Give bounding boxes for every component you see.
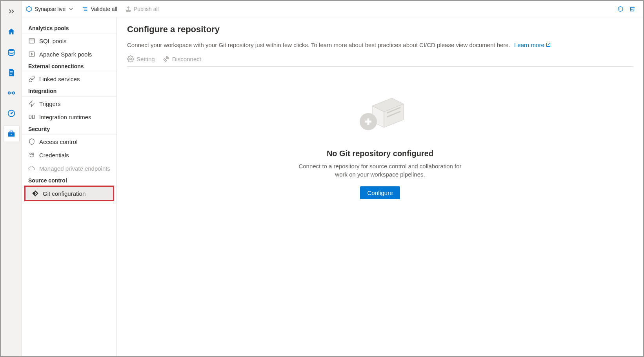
empty-illustration-icon [353,94,408,137]
link-icon [28,75,35,82]
svg-rect-2 [10,73,13,73]
empty-state: No Git repository configured Connect to … [127,67,633,349]
rail-home-button[interactable] [3,24,20,40]
panel-item-runtimes[interactable]: Integration runtimes [22,110,116,124]
action-bar: Setting Disconnect [127,54,633,67]
sql-icon [28,37,35,44]
svg-rect-8 [8,132,15,137]
section-source-control: Source control [22,175,116,186]
panel-item-label: Integration runtimes [39,114,91,120]
rail-integrate-button[interactable] [3,85,20,101]
setting-button: Setting [127,55,155,62]
validate-all-button[interactable]: Validate all [82,6,117,12]
disconnect-icon [163,55,170,62]
publish-all-button: Publish all [125,6,159,12]
svg-point-7 [11,113,12,114]
validate-label: Validate all [91,6,117,12]
rail-monitor-button[interactable] [3,105,20,122]
pipeline-icon [7,89,16,97]
svg-rect-3 [10,74,12,75]
top-toolbar: Synapse live Validate all Publish all [22,1,643,17]
panel-item-label: Apache Spark pools [39,51,92,58]
svg-point-5 [12,92,15,94]
lightning-icon [28,100,35,107]
panel-item-sql-pools[interactable]: SQL pools [22,34,116,47]
section-integration: Integration [22,86,116,97]
upload-icon [125,6,131,12]
panel-item-git-configuration[interactable]: Git configuration [25,187,113,200]
panel-item-label: Triggers [39,100,60,107]
rail-manage-button[interactable] [3,126,20,142]
svg-rect-14 [126,10,131,11]
svg-point-20 [30,153,32,155]
svg-rect-19 [33,115,35,119]
section-security: Security [22,124,116,135]
chevrons-right-icon [7,7,16,16]
panel-item-label: Managed private endpoints [39,165,110,172]
panel-item-linked-services[interactable]: Linked services [22,72,116,86]
panel-item-managed-endpoints: Managed private endpoints [22,162,116,175]
panel-item-label: SQL pools [39,38,67,44]
learn-more-link[interactable]: Learn more [514,42,551,48]
delete-button[interactable] [629,6,635,12]
external-link-icon [546,42,551,47]
cloud-icon [28,165,35,172]
svg-point-4 [8,92,10,94]
disconnect-button: Disconnect [163,55,201,62]
content-area: Configure a repository Connect your work… [117,17,643,356]
checklist-icon [82,6,88,12]
manage-panel: Analytics pools SQL pools Apache Spark p… [22,17,117,356]
svg-point-22 [130,58,132,60]
svg-rect-1 [10,71,13,71]
svg-rect-18 [29,115,31,119]
panel-item-label: Credentials [39,152,69,158]
panel-item-triggers[interactable]: Triggers [22,97,116,110]
panel-item-label: Git configuration [43,190,86,197]
empty-text: Connect to a repository for source contr… [294,162,466,178]
hexagon-icon [26,6,32,12]
rail-data-button[interactable] [3,44,20,60]
gear-icon [127,55,134,62]
panel-item-credentials[interactable]: Credentials [22,148,116,162]
toolbox-icon [7,129,16,138]
gauge-icon [7,109,16,118]
panel-item-label: Linked services [39,76,80,82]
configure-button[interactable]: Configure [360,186,400,199]
refresh-button[interactable] [617,6,624,12]
panel-item-spark-pools[interactable]: Apache Spark pools [22,47,116,61]
mode-dropdown[interactable]: Synapse live [26,6,74,12]
svg-point-0 [8,49,14,51]
rail-develop-button[interactable] [3,64,20,81]
database-icon [7,48,16,56]
publish-label: Publish all [134,6,159,12]
svg-marker-17 [29,101,35,107]
left-rail [1,1,22,356]
empty-title: No Git repository configured [327,149,433,158]
section-analytics-pools: Analytics pools [22,23,116,34]
expand-rail-button[interactable] [3,3,20,20]
document-icon [7,68,16,77]
page-description: Connect your workspace with your Git rep… [127,42,633,48]
git-icon [32,190,39,197]
page-title: Configure a repository [127,24,633,35]
panel-item-label: Access control [39,138,78,145]
panel-item-access-control[interactable]: Access control [22,135,116,148]
svg-marker-10 [27,6,31,11]
svg-rect-15 [29,38,35,43]
home-icon [7,27,16,36]
svg-rect-9 [11,134,12,135]
mode-label: Synapse live [35,6,65,12]
spark-icon [28,51,35,58]
runtime-icon [28,113,35,120]
svg-point-21 [32,153,34,155]
section-external: External connections [22,61,116,72]
shield-icon [28,138,35,145]
chevron-down-icon [68,6,74,12]
key-icon [28,151,35,158]
highlight-box: Git configuration [24,186,114,201]
